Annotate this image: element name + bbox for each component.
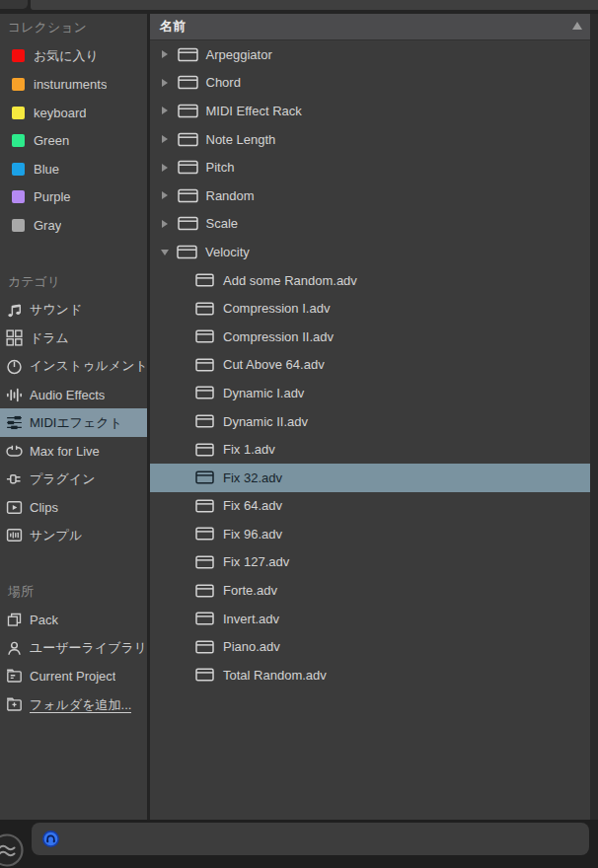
sidebar-item-label: Pack — [30, 613, 58, 627]
tree-item-invert-adv[interactable]: Invert.adv — [150, 605, 590, 633]
tree-item-label: Total Random.adv — [223, 668, 327, 683]
tree-item-label: Fix 96.adv — [223, 527, 282, 542]
collection-color-swatch — [12, 107, 25, 119]
section-title-: コレクション — [0, 14, 147, 42]
tree-item-label: Compression I.adv — [223, 301, 330, 316]
browser-sidebar: コレクションお気に入りinsturumentskeyboardGreenBlue… — [0, 14, 147, 820]
sidebar-item-collection-insturuments[interactable]: insturuments — [0, 70, 147, 99]
device-preset-icon — [195, 470, 214, 484]
sidebar-item-category-max-for-live[interactable]: Max for Live — [0, 437, 147, 466]
sidebar-item-category-audio-effects[interactable]: Audio Effects — [0, 381, 147, 409]
sidebar-item-label: Audio Effects — [30, 388, 105, 402]
tree-item-compression-i-adv[interactable]: Compression I.adv — [150, 294, 590, 323]
tree-item-total-random-adv[interactable]: Total Random.adv — [150, 661, 590, 689]
collection-color-swatch — [12, 163, 25, 176]
tree-item-cut-above-64-adv[interactable]: Cut Above 64.adv — [150, 351, 590, 380]
sidebar-item-place-packs[interactable]: Pack — [0, 606, 147, 634]
instruments-knob-icon — [6, 358, 23, 375]
preview-headphones-icon[interactable] — [42, 831, 59, 847]
similar-waves-icon[interactable] — [0, 832, 25, 868]
sidebar-item-category-clips[interactable]: Clips — [0, 493, 147, 522]
sidebar-item-collection-purple[interactable]: Purple — [0, 183, 147, 212]
tree-item-dynamic-i-adv[interactable]: Dynamic I.adv — [150, 379, 590, 407]
tree-item-piano-adv[interactable]: Piano.adv — [150, 632, 590, 661]
column-header-name[interactable]: 名前 — [150, 14, 590, 40]
sidebar-item-collection-blue[interactable]: Blue — [0, 155, 147, 183]
tree-item-add-some-random-adv[interactable]: Add some Random.adv — [150, 266, 590, 295]
tree-item-label: Fix 1.adv — [223, 442, 275, 457]
disclosure-collapsed-icon[interactable] — [162, 107, 168, 114]
tree-item-fix-127-adv[interactable]: Fix 127.adv — [150, 548, 590, 577]
disclosure-expanded-icon[interactable] — [161, 250, 169, 255]
tree-item-fix-32-adv[interactable]: Fix 32.adv — [150, 464, 590, 492]
sidebar-item-category-instruments[interactable]: インストゥルメント — [0, 352, 147, 381]
audio-effects-waveform-icon — [6, 387, 23, 403]
scrollbar-track[interactable] — [590, 14, 598, 820]
tree-item-velocity[interactable]: Velocity — [150, 238, 590, 266]
tree-item-chord[interactable]: Chord — [150, 69, 590, 98]
tree-item-fix-1-adv[interactable]: Fix 1.adv — [150, 435, 590, 464]
sidebar-item-collection-green[interactable]: Green — [0, 126, 147, 155]
tree-item-label: Fix 127.adv — [223, 554, 289, 569]
sidebar-item-collection-favorites[interactable]: お気に入り — [0, 42, 147, 71]
packs-stack-icon — [6, 612, 23, 628]
tree-item-label: Fix 64.adv — [223, 498, 282, 513]
tree-item-scale[interactable]: Scale — [150, 210, 590, 239]
sidebar-item-category-samples[interactable]: サンプル — [0, 522, 147, 550]
top-clipped-button[interactable] — [0, 0, 28, 9]
tree-item-arpeggiator[interactable]: Arpeggiator — [150, 40, 590, 69]
sort-ascending-triangle-icon[interactable] — [572, 22, 582, 30]
tree-item-dynamic-ii-adv[interactable]: Dynamic II.adv — [150, 407, 590, 436]
sidebar-item-label: サウンド — [30, 301, 82, 319]
sidebar-item-label: Blue — [34, 162, 59, 177]
tree-item-label: Cut Above 64.adv — [223, 357, 325, 372]
device-tree: ArpeggiatorChordMIDI Effect RackNote Len… — [150, 40, 590, 689]
device-folder-icon — [177, 245, 197, 259]
device-preset-icon — [195, 386, 214, 399]
sidebar-item-category-drums[interactable]: ドラム — [0, 325, 147, 353]
sidebar-item-label: keyboard — [34, 106, 86, 120]
tree-item-fix-96-adv[interactable]: Fix 96.adv — [150, 520, 590, 548]
sidebar-item-label: Gray — [34, 218, 61, 233]
top-clipped-search-bar[interactable] — [31, 0, 598, 10]
tree-item-pitch[interactable]: Pitch — [150, 153, 590, 181]
device-preset-icon — [195, 329, 214, 343]
sidebar-item-category-midi-effects[interactable]: MIDIエフェクト — [0, 408, 147, 437]
tree-item-label: Dynamic I.adv — [223, 386, 304, 400]
tree-item-midi-effect-rack[interactable]: MIDI Effect Rack — [150, 97, 590, 125]
sidebar-item-label: MIDIエフェクト — [30, 414, 122, 432]
sidebar-item-place-add-folder[interactable]: フォルダを追加... — [0, 690, 147, 719]
sidebar-item-category-plugins[interactable]: プラグイン — [0, 466, 147, 494]
sidebar-item-collection-gray[interactable]: Gray — [0, 211, 147, 240]
disclosure-collapsed-icon[interactable] — [162, 50, 168, 58]
device-folder-icon — [178, 160, 198, 175]
sidebar-item-category-sounds[interactable]: サウンド — [0, 296, 147, 325]
device-preset-icon — [195, 527, 214, 541]
sidebar-item-place-user-library[interactable]: ユーザーライブラリ — [0, 634, 147, 663]
sidebar-item-label: フォルダを追加... — [30, 696, 131, 714]
tree-item-label: Forte.adv — [223, 583, 277, 598]
section-title-: 場所 — [0, 578, 147, 607]
tree-item-compression-ii-adv[interactable]: Compression II.adv — [150, 323, 590, 351]
clips-play-icon — [6, 499, 23, 516]
tree-item-label: Compression II.adv — [223, 329, 334, 344]
device-folder-icon — [178, 188, 198, 203]
disclosure-collapsed-icon[interactable] — [162, 164, 168, 172]
disclosure-collapsed-icon[interactable] — [162, 220, 168, 228]
sidebar-item-place-current-project[interactable]: Current Project — [0, 663, 147, 691]
tree-item-forte-adv[interactable]: Forte.adv — [150, 576, 590, 605]
device-preset-icon — [195, 414, 214, 428]
tree-item-label: MIDI Effect Rack — [206, 104, 302, 118]
sidebar-item-collection-keyboard[interactable]: keyboard — [0, 99, 147, 127]
sidebar-item-label: サンプル — [30, 527, 82, 544]
tree-item-fix-64-adv[interactable]: Fix 64.adv — [150, 492, 590, 521]
disclosure-collapsed-icon[interactable] — [162, 135, 168, 143]
search-field[interactable] — [32, 823, 589, 855]
sidebar-item-label: ドラム — [30, 329, 69, 347]
tree-item-label: Invert.adv — [223, 612, 279, 626]
disclosure-collapsed-icon[interactable] — [162, 79, 168, 87]
plugins-plug-icon — [6, 470, 23, 487]
disclosure-collapsed-icon[interactable] — [162, 191, 168, 199]
tree-item-random[interactable]: Random — [150, 181, 590, 210]
tree-item-note-length[interactable]: Note Length — [150, 125, 590, 154]
